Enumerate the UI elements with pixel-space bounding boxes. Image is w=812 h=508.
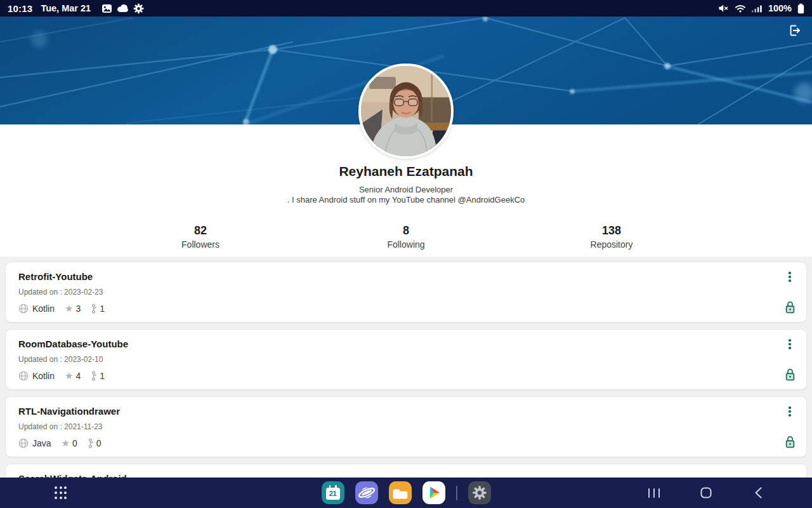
language-globe-icon [18,438,29,448]
following-label: Following [303,239,509,250]
status-bar: 10:13 Tue, Mar 21 [0,0,812,17]
repo-menu-button[interactable] [787,271,792,283]
repo-card[interactable]: RTL-Navigationdrawer Updated on : 2021-1… [5,396,807,457]
system-update-gear-icon [133,3,144,14]
fork-icon [86,438,95,448]
back-button[interactable] [750,485,766,501]
avatar [358,64,454,159]
repo-language: Kotlin [32,371,55,381]
repo-card[interactable]: Retrofit-Youtube Updated on : 2023-02-23… [5,262,807,323]
status-date: Tue, Mar 21 [41,3,91,13]
repository-count: 138 [509,224,714,237]
stat-following[interactable]: 8 Following [303,224,509,250]
logout-icon [787,23,802,38]
repo-list: Retrofit-Youtube Updated on : 2023-02-23… [0,257,812,478]
calendar-app-icon[interactable]: 21 [322,481,344,504]
repo-card[interactable]: RoomDatabase-Youtube Updated on : 2023-0… [5,329,807,390]
gear-icon [468,481,491,504]
repo-forks: 1 [100,304,105,314]
fork-icon [89,371,98,381]
followers-label: Followers [98,239,303,250]
recents-icon [648,488,660,498]
following-count: 8 [303,224,509,237]
planet-icon [355,481,378,504]
status-time: 10:13 [8,3,32,14]
wifi-icon [735,4,746,13]
public-unlock-icon [783,434,797,449]
stat-repository[interactable]: 138 Repository [509,224,714,250]
home-button[interactable] [698,485,714,501]
repo-name: RTL-Navigationdrawer [18,405,783,417]
settings-app-icon[interactable] [468,481,491,504]
repo-name: Retrofit-Youtube [18,271,783,283]
back-chevron-icon [754,486,763,499]
repo-forks: 0 [96,438,102,448]
profile-title: Senior Android Developer [0,185,812,195]
folder-icon [389,481,412,504]
star-icon: ★ [65,370,73,382]
logout-button[interactable] [785,21,804,40]
signal-icon [752,4,763,13]
repo-updated-date: Updated on : 2023-02-23 [18,288,783,297]
repo-forks: 1 [100,371,105,381]
navigation-bar: 21 [0,478,812,508]
home-icon [700,486,712,499]
repo-menu-button[interactable] [787,338,792,351]
repo-stars: 4 [75,371,81,381]
tablet-screen: 10:13 Tue, Mar 21 [0,0,812,508]
repo-card[interactable]: SearchWidgets-Android ★ [5,464,807,478]
dock: 21 [322,481,491,504]
repo-menu-button[interactable] [787,405,792,418]
repo-name: SearchWidgets-Android [18,472,783,478]
recents-button[interactable] [646,485,662,501]
battery-icon [797,3,804,14]
samsung-internet-app-icon[interactable] [355,481,378,504]
repo-language: Java [32,438,51,448]
star-icon: ★ [62,438,70,449]
calendar-day: 21 [329,490,337,497]
language-globe-icon [18,304,29,314]
repo-updated-date: Updated on : 2021-11-23 [18,422,783,431]
gallery-icon [102,4,112,13]
repo-stars: 3 [75,304,81,314]
stats-row: 82 Followers 8 Following 138 Repository [98,224,714,250]
apps-grid-button[interactable] [55,486,67,498]
profile-bio: . I share Android stuff on my YouTube ch… [0,195,812,205]
profile-photo [361,66,451,156]
play-triangle-icon [422,481,445,504]
my-files-app-icon[interactable] [389,481,412,504]
repository-label: Repository [509,239,714,250]
repo-meta: Kotlin ★ 4 1 [18,370,783,382]
mute-icon [718,4,729,13]
public-unlock-icon [783,300,797,314]
star-icon: ★ [65,303,73,314]
stat-followers[interactable]: 82 Followers [98,224,303,250]
repo-meta: Kotlin ★ 3 1 [18,303,783,314]
fork-icon [89,304,98,314]
repo-name: RoomDatabase-Youtube [18,338,783,350]
repo-language: Kotlin [32,304,55,314]
repo-updated-date: Updated on : 2023-02-10 [18,355,783,364]
battery-percent: 100% [768,3,792,13]
dock-separator [456,486,457,500]
public-unlock-icon [783,367,797,382]
language-globe-icon [18,371,29,381]
play-store-app-icon[interactable] [422,481,445,504]
repo-stars: 0 [72,438,77,448]
followers-count: 82 [98,224,303,237]
repo-meta: Java ★ 0 0 [18,438,783,449]
cloud-icon [117,4,129,13]
